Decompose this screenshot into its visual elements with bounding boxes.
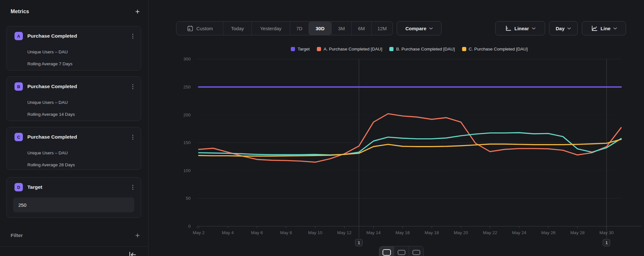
series-line-b[interactable]	[199, 133, 621, 155]
x-axis-label: May 28	[570, 230, 584, 235]
y-axis-label: 0	[188, 224, 191, 229]
x-axis-label: May 16	[395, 230, 410, 235]
series-line-c[interactable]	[199, 139, 621, 156]
view-toggle-medium-button[interactable]	[394, 246, 409, 256]
x-axis-label: May 14	[366, 230, 381, 235]
annotation-badge[interactable]: 1	[355, 239, 363, 246]
x-axis-label: May 8	[280, 230, 292, 235]
chart-canvas[interactable]: 050100150200250300May 2May 4May 6May 8Ma…	[0, 0, 644, 256]
x-axis-label: May 26	[541, 230, 555, 235]
x-axis-label: May 2	[193, 230, 205, 235]
y-axis-label: 100	[183, 168, 191, 173]
panel-large-icon	[383, 249, 391, 256]
x-axis-label: May 12	[337, 230, 351, 235]
x-axis-label: May 24	[512, 230, 526, 235]
panel-medium-icon	[398, 250, 405, 255]
y-axis-label: 150	[183, 140, 191, 145]
y-axis-label: 200	[183, 113, 191, 117]
annotation-badge[interactable]: 1	[603, 239, 610, 246]
chart-view-toggle	[379, 246, 424, 256]
x-axis-label: May 10	[308, 230, 322, 235]
x-axis-label: May 6	[251, 230, 263, 235]
panel-small-icon	[412, 250, 420, 255]
view-toggle-small-button[interactable]	[409, 246, 423, 256]
x-axis-label: May 30	[600, 230, 614, 235]
y-axis-label: 50	[186, 196, 191, 201]
x-axis-label: May 18	[425, 230, 439, 235]
app-root: Metrics + APurchase CompletedUnique User…	[0, 0, 644, 256]
x-axis-label: May 20	[454, 230, 468, 235]
view-toggle-large-button[interactable]	[379, 246, 394, 256]
y-axis-label: 250	[183, 85, 191, 89]
y-axis-label: 300	[183, 57, 191, 61]
x-axis-label: May 4	[222, 230, 234, 235]
x-axis-label: May 22	[483, 230, 497, 235]
